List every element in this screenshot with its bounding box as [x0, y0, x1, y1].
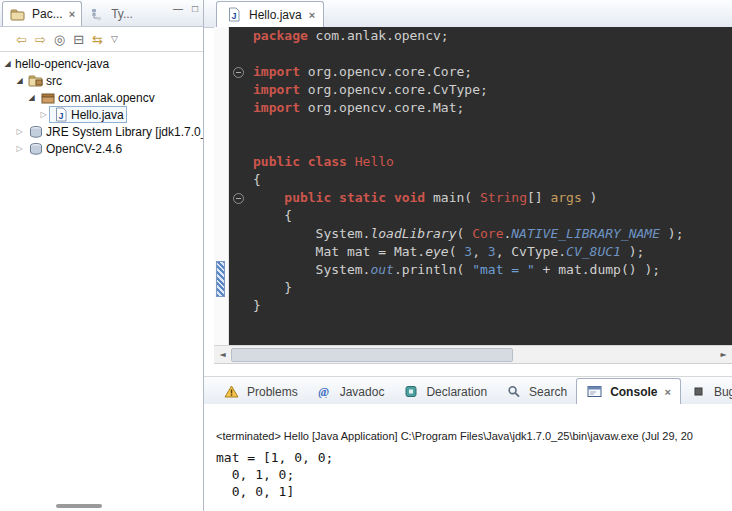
left-tabbar: Pac...×Ty... — □	[0, 0, 203, 27]
expand-arrow-icon[interactable]: ▷	[14, 127, 25, 136]
console-content: <terminated> Hello [Java Application] C:…	[204, 404, 732, 511]
close-icon[interactable]: ×	[309, 9, 315, 21]
code-line	[229, 45, 732, 63]
search-icon	[505, 384, 522, 399]
fold-column	[229, 261, 247, 279]
code-line: public static void main( String[] args )	[229, 189, 732, 207]
fold-column	[229, 27, 247, 45]
scrollbar-thumb[interactable]	[231, 348, 513, 362]
link-with-editor-icon[interactable]: ⇆	[92, 33, 103, 46]
bug-icon	[690, 384, 707, 399]
code-line-text: package com.anlak.opencv;	[247, 27, 449, 45]
fold-column	[229, 171, 247, 189]
fold-column	[229, 297, 247, 315]
java-file-icon: J	[225, 7, 242, 22]
fold-column	[229, 189, 247, 207]
code-line	[229, 135, 732, 153]
tab-ty[interactable]: Ty...	[82, 2, 139, 26]
code-line: {	[229, 207, 732, 225]
maximize-icon[interactable]: □	[192, 3, 198, 14]
tab-declaration[interactable]: Declaration	[393, 379, 496, 404]
tab-label: Declaration	[426, 385, 487, 399]
console-view-panel: Problems@JavadocDeclarationSearchConsole…	[204, 376, 732, 511]
minimize-icon[interactable]: —	[173, 3, 183, 14]
expand-arrow-icon[interactable]: ▷	[38, 110, 49, 119]
view-menu-icon[interactable]: ▽	[111, 35, 118, 44]
tab-label: Ty...	[111, 7, 133, 21]
tab-label: Javadoc	[340, 385, 385, 399]
annotation-ruler[interactable]	[214, 27, 229, 345]
console-status-line: <terminated> Hello [Java Application] C:…	[216, 430, 732, 442]
svg-text:@: @	[318, 385, 329, 398]
bottom-tabbar: Problems@JavadocDeclarationSearchConsole…	[204, 377, 732, 405]
tree-item-content: JRE System Library [jdk1.7.0_25]	[25, 124, 203, 139]
tree-item-label: src	[46, 74, 62, 88]
javadoc-icon: @	[316, 384, 333, 399]
console-line: 0, 0, 1]	[216, 483, 732, 500]
editor-body[interactable]: package com.anlak.opencv;import org.open…	[214, 27, 732, 345]
svg-text:J: J	[58, 111, 63, 121]
package-explorer-toolbar: ⇦⇨◎⊟⇆▽	[0, 27, 203, 52]
tree-item-label: Hello.java	[71, 108, 124, 122]
collapse-all-icon[interactable]: ⊟	[73, 33, 84, 46]
tab-label: Pac...	[32, 7, 63, 21]
code-line-text: import org.opencv.core.Core;	[247, 63, 472, 81]
collapse-arrow-icon[interactable]: ◢	[2, 59, 13, 68]
tree-item-com-anlak-opencv[interactable]: ◢com.anlak.opencv	[0, 89, 203, 106]
library-icon	[27, 124, 44, 139]
code-line: import org.opencv.core.Core;	[229, 63, 732, 81]
tab-problems[interactable]: Problems	[214, 379, 307, 404]
code-line-text: System.out.println( "mat = " + mat.dump(…	[247, 261, 660, 279]
code-line: System.loadLibrary( Core.NATIVE_LIBRARY_…	[229, 225, 732, 243]
code-line-text: Mat mat = Mat.eye( 3, 3, CvType.CV_8UC1 …	[247, 243, 644, 261]
tree-item-hello-opencv-java[interactable]: ◢hello-opencv-java	[0, 55, 203, 72]
forward-icon[interactable]: ⇨	[35, 33, 46, 46]
collapse-arrow-icon[interactable]: ◢	[26, 93, 37, 102]
tab-search[interactable]: Search	[496, 379, 576, 404]
package-explorer-panel: Pac...×Ty... — □ ⇦⇨◎⊟⇆▽ ◢hello-opencv-ja…	[0, 0, 204, 511]
console-icon	[586, 384, 603, 399]
type-hierarchy-icon	[88, 7, 105, 22]
scroll-left-icon[interactable]: ◄	[214, 346, 231, 363]
editor-hscrollbar[interactable]: ◄ ►	[214, 345, 732, 364]
focus-icon[interactable]: ◎	[54, 33, 65, 46]
library-icon	[27, 141, 44, 156]
tree-hscrollbar-thumb[interactable]	[56, 504, 102, 508]
package-explorer-icon	[9, 7, 26, 22]
tab-console[interactable]: Console×	[576, 378, 681, 404]
code-line	[229, 117, 732, 135]
scroll-right-icon[interactable]: ►	[715, 346, 732, 363]
code-line-text: public class Hello	[247, 153, 394, 171]
code-area[interactable]: package com.anlak.opencv;import org.open…	[229, 27, 732, 345]
tree-item-jre-system-library-jdk1-7-0-25[interactable]: ▷JRE System Library [jdk1.7.0_25]	[0, 123, 203, 140]
tree-item-opencv-2-4-6[interactable]: ▷OpenCV-2.4.6	[0, 140, 203, 157]
code-line-text: import org.opencv.core.CvType;	[247, 81, 488, 99]
close-icon[interactable]: ×	[69, 8, 75, 20]
fold-column	[229, 207, 247, 225]
tab-javadoc[interactable]: @Javadoc	[307, 379, 394, 404]
source-folder-icon	[27, 73, 44, 88]
fold-column	[229, 117, 247, 135]
fold-column	[229, 63, 247, 81]
code-line-text: {	[247, 171, 261, 189]
collapse-arrow-icon[interactable]: ◢	[14, 76, 25, 85]
tree-item-hello-java[interactable]: ▷JHello.java	[0, 106, 203, 123]
tree-item-content: OpenCV-2.4.6	[25, 141, 124, 156]
tab-pac[interactable]: Pac...×	[2, 1, 82, 26]
eclipse-window: { "left_panel": { "tabs": [ {"label": "P…	[0, 0, 732, 511]
fold-collapse-icon[interactable]	[233, 193, 244, 204]
expand-arrow-icon[interactable]: ▷	[14, 144, 25, 153]
fold-column	[229, 99, 247, 117]
close-icon[interactable]: ×	[664, 386, 670, 398]
declaration-icon	[402, 384, 419, 399]
tab-bug-explorer[interactable]: Bug Explorer	[681, 379, 732, 404]
tab-label: Console	[610, 385, 657, 399]
fold-collapse-icon[interactable]	[233, 67, 244, 78]
tree-item-src[interactable]: ◢src	[0, 72, 203, 89]
tab-hello-java[interactable]: JHello.java×	[216, 1, 324, 27]
console-line: mat = [1, 0, 0;	[216, 449, 732, 466]
tree-item-label: com.anlak.opencv	[58, 91, 155, 105]
svg-text:J: J	[231, 11, 236, 21]
code-line: }	[229, 297, 732, 315]
back-icon[interactable]: ⇦	[16, 33, 27, 46]
